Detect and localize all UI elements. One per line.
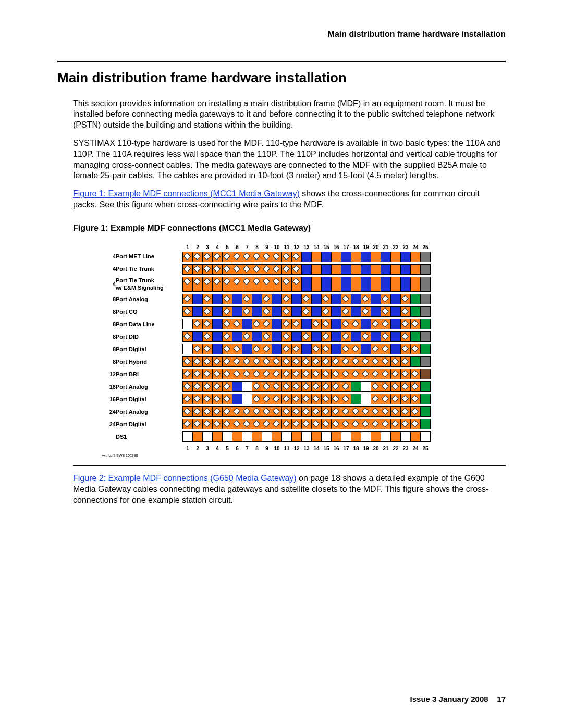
port-cell	[302, 332, 312, 342]
port-label: Port Analog	[116, 294, 183, 304]
axis-label: 7	[242, 444, 252, 452]
port-cell	[183, 344, 193, 354]
axis-label: 21	[381, 444, 391, 452]
port-cell	[401, 332, 411, 342]
port-cell	[351, 252, 361, 262]
port-cell	[282, 357, 292, 367]
figure-2-link[interactable]: Figure 2: Example MDF connections (G650 …	[73, 474, 297, 483]
port-cell	[302, 319, 312, 329]
axis-label: 3	[203, 444, 213, 452]
port-cell	[203, 252, 213, 262]
port-cell	[341, 264, 351, 274]
port-cell	[341, 432, 351, 442]
port-cell	[193, 307, 203, 317]
port-cell	[371, 264, 381, 274]
port-cell	[351, 407, 361, 417]
table-row: 24Port Digital	[102, 419, 431, 429]
axis-label: 2	[193, 243, 203, 252]
port-cell	[322, 319, 332, 329]
port-cell	[203, 357, 213, 367]
port-cell	[282, 419, 292, 429]
port-cell	[312, 419, 322, 429]
port-cell	[411, 394, 421, 404]
port-cell	[322, 432, 332, 442]
port-cell	[262, 407, 272, 417]
port-cell	[193, 357, 203, 367]
port-cell	[232, 294, 242, 304]
axis-label: 22	[391, 444, 401, 452]
port-cell	[361, 319, 371, 329]
axis-label: 8	[252, 243, 262, 252]
port-cell	[391, 277, 401, 292]
port-cell	[312, 369, 322, 379]
port-cell	[332, 252, 341, 262]
port-cell	[361, 419, 371, 429]
port-cell	[322, 264, 332, 274]
port-cell	[391, 382, 401, 392]
axis-label: 4	[213, 444, 223, 452]
port-cell	[411, 332, 421, 342]
port-cell	[371, 332, 381, 342]
port-count: 16	[102, 382, 116, 392]
port-cell	[223, 294, 232, 304]
port-cell	[381, 382, 391, 392]
port-cell	[421, 332, 431, 342]
port-cell	[232, 264, 242, 274]
axis-label: 24	[411, 444, 421, 452]
port-cell	[242, 394, 252, 404]
axis-label: 1	[183, 243, 193, 252]
table-row: 4Port Tie Trunk	[102, 264, 431, 274]
port-cell	[292, 294, 302, 304]
port-cell	[203, 419, 213, 429]
port-count: 8	[102, 307, 116, 317]
table-row: 24Port Analog	[102, 407, 431, 417]
port-cell	[322, 369, 332, 379]
axis-label: 17	[341, 444, 351, 452]
port-cell	[401, 394, 411, 404]
port-cell	[391, 369, 401, 379]
axis-label: 11	[282, 243, 292, 252]
port-count: 8	[102, 344, 116, 354]
port-cell	[411, 419, 421, 429]
port-cell	[242, 294, 252, 304]
port-cell	[213, 294, 223, 304]
port-cell	[351, 419, 361, 429]
table-row: 16Port Digital	[102, 394, 431, 404]
port-cell	[351, 432, 361, 442]
port-cell	[223, 419, 232, 429]
axis-label: 5	[223, 444, 232, 452]
port-cell	[262, 294, 272, 304]
port-cell	[381, 344, 391, 354]
axis-label: 24	[411, 243, 421, 252]
figure-1-link[interactable]: Figure 1: Example MDF connections (MCC1 …	[73, 189, 300, 198]
port-cell	[272, 294, 282, 304]
port-cell	[282, 344, 292, 354]
port-cell	[183, 419, 193, 429]
port-cell	[401, 369, 411, 379]
port-cell	[272, 307, 282, 317]
port-cell	[312, 307, 322, 317]
port-cell	[252, 277, 262, 292]
port-cell	[361, 264, 371, 274]
port-cell	[213, 307, 223, 317]
port-cell	[322, 277, 332, 292]
axis-label: 20	[371, 243, 381, 252]
port-cell	[203, 277, 213, 292]
port-cell	[232, 382, 242, 392]
port-cell	[203, 344, 213, 354]
port-cell	[391, 294, 401, 304]
port-cell	[232, 332, 242, 342]
port-cell	[232, 407, 242, 417]
port-count: 8	[102, 294, 116, 304]
port-cell	[203, 394, 213, 404]
port-cell	[213, 432, 223, 442]
port-cell	[381, 252, 391, 262]
port-cell	[193, 369, 203, 379]
port-cell	[371, 394, 381, 404]
axis-label: 20	[371, 444, 381, 452]
table-row: 8Port Hybrid	[102, 357, 431, 367]
port-cell	[332, 344, 341, 354]
port-cell	[401, 252, 411, 262]
port-cell	[223, 357, 232, 367]
port-cell	[411, 432, 421, 442]
